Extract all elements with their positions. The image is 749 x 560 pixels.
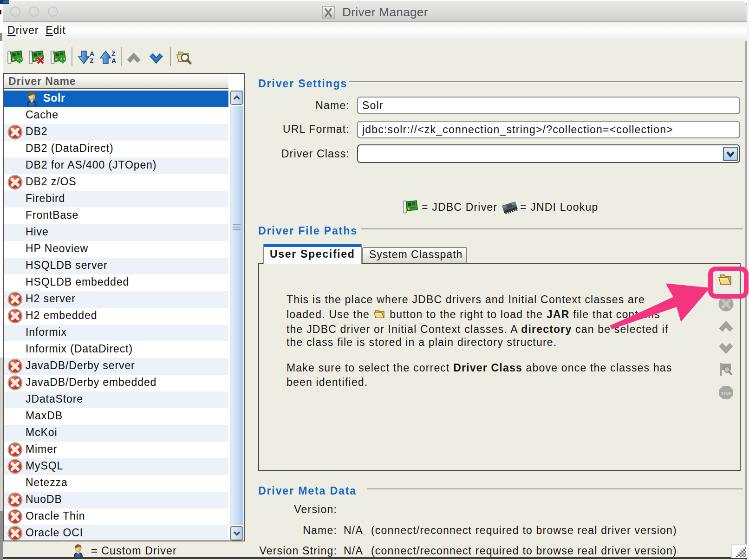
svg-text:A: A — [90, 50, 94, 58]
svg-text:Z: Z — [111, 50, 116, 58]
svg-text:STOP: STOP — [721, 391, 731, 396]
svg-text:Z: Z — [90, 57, 94, 65]
svg-text:A: A — [111, 57, 116, 65]
